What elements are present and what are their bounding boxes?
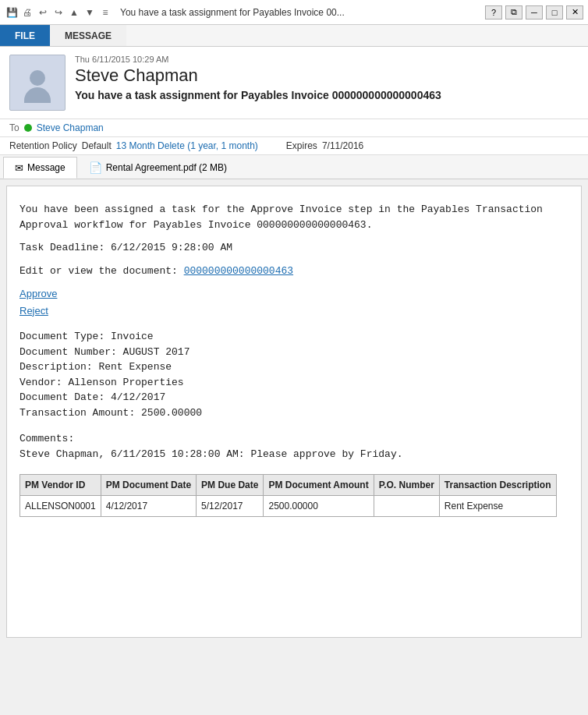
transaction-amount: Transaction Amount: 2500.00000	[19, 405, 569, 421]
customize-icon[interactable]: ≡	[98, 5, 112, 19]
maximize-button[interactable]: □	[546, 5, 563, 19]
body-edit-line: Edit or view the document: 0000000000000…	[19, 264, 569, 279]
attachment-tab-label: Rental Agreement.pdf (2 MB)	[106, 162, 227, 173]
doc-vendor: Vendor: Allenson Properties	[19, 375, 569, 391]
expires-label: Expires	[286, 140, 317, 151]
cell-po-number	[374, 496, 439, 517]
tab-message[interactable]: MESSAGE	[50, 25, 126, 46]
to-line: To Steve Chapman	[0, 119, 588, 137]
restore-button[interactable]: ⧉	[505, 5, 522, 19]
email-subject: You have a task assignment for Payables …	[75, 89, 579, 101]
doc-description: Description: Rent Expense	[19, 359, 569, 375]
ribbon: FILE MESSAGE	[0, 25, 588, 47]
window-controls: ? ⧉ ─ □ ✕	[485, 5, 583, 19]
close-button[interactable]: ✕	[566, 5, 583, 19]
col-po-number: P.O. Number	[374, 475, 439, 496]
cell-vendor-id: ALLENSON0001	[20, 496, 101, 517]
col-vendor-id: PM Vendor ID	[20, 475, 101, 496]
save-icon[interactable]: 💾	[5, 5, 19, 19]
table-row: ALLENSON0001 4/12/2017 5/12/2017 2500.00…	[20, 496, 557, 517]
up-icon[interactable]: ▲	[67, 5, 81, 19]
doc-number: Document Number: AUGUST 2017	[19, 345, 569, 360]
down-icon[interactable]: ▼	[83, 5, 97, 19]
header-row: PM Vendor ID PM Document Date PM Due Dat…	[20, 475, 557, 496]
reject-link[interactable]: Reject	[19, 303, 569, 319]
email-tabs-bar: ✉ Message 📄 Rental Agreement.pdf (2 MB)	[0, 155, 588, 179]
document-details: Document Type: Invoice Document Number: …	[19, 329, 569, 420]
pm-table: PM Vendor ID PM Document Date PM Due Dat…	[19, 474, 557, 517]
cell-trans-desc: Rent Expense	[439, 496, 556, 517]
col-description: Transaction Description	[439, 475, 556, 496]
table-body: ALLENSON0001 4/12/2017 5/12/2017 2500.00…	[20, 496, 557, 517]
doc-date: Document Date: 4/12/2017	[19, 390, 569, 405]
cell-due-date: 5/12/2017	[197, 496, 264, 517]
title-bar: 💾 🖨 ↩ ↪ ▲ ▼ ≡ You have a task assignment…	[0, 0, 588, 25]
to-label: To	[9, 122, 19, 133]
comments-section: Comments: Steve Chapman, 6/11/2015 10:28…	[19, 431, 569, 462]
to-recipient[interactable]: Steve Chapman	[37, 122, 104, 133]
help-button[interactable]: ?	[485, 5, 502, 19]
email-body: You have been assigned a task for the Ap…	[6, 186, 582, 638]
print-icon[interactable]: 🖨	[20, 5, 34, 19]
tab-file[interactable]: FILE	[0, 25, 50, 46]
email-header: Thu 6/11/2015 10:29 AM Steve Chapman You…	[0, 47, 588, 119]
action-links: Approve Reject	[19, 286, 569, 318]
undo-icon[interactable]: ↩	[36, 5, 50, 19]
retention-highlight: 13 Month Delete (1 year, 1 month)	[116, 140, 258, 151]
message-tab-icon: ✉	[15, 162, 23, 174]
message-tab-label: Message	[27, 162, 66, 173]
cell-doc-amount: 2500.00000	[264, 496, 374, 517]
invoice-link[interactable]: 000000000000000463	[184, 265, 293, 277]
window-title: You have a task assignment for Payables …	[120, 7, 482, 18]
redo-icon[interactable]: ↪	[51, 5, 66, 19]
pdf-icon: 📄	[89, 161, 102, 174]
ribbon-tabs: FILE MESSAGE	[0, 25, 588, 46]
edit-label: Edit or view the document:	[19, 265, 184, 277]
expires-value: 7/11/2016	[322, 140, 363, 151]
col-due-date: PM Due Date	[197, 475, 264, 496]
tab-message-content[interactable]: ✉ Message	[3, 157, 77, 179]
col-doc-date: PM Document Date	[101, 475, 196, 496]
doc-type: Document Type: Invoice	[19, 329, 569, 345]
comments-label: Comments:	[19, 431, 569, 447]
minimize-button[interactable]: ─	[526, 5, 543, 19]
tab-attachment[interactable]: 📄 Rental Agreement.pdf (2 MB)	[77, 157, 239, 179]
col-doc-amount: PM Document Amount	[264, 475, 374, 496]
avatar-image	[22, 67, 53, 98]
body-paragraph1: You have been assigned a task for the Ap…	[19, 202, 569, 232]
cell-doc-date: 4/12/2017	[101, 496, 196, 517]
avatar	[9, 55, 66, 111]
table-header: PM Vendor ID PM Document Date PM Due Dat…	[20, 475, 557, 496]
body-deadline: Task Deadline: 6/12/2015 9:28:00 AM	[19, 240, 569, 256]
presence-indicator	[24, 124, 32, 132]
avatar-head	[30, 70, 45, 86]
retention-value: Default	[82, 140, 112, 151]
retention-bar: Retention Policy Default 13 Month Delete…	[0, 137, 588, 155]
comments-value: Steve Chapman, 6/11/2015 10:28:00 AM: Pl…	[19, 447, 569, 462]
email-datetime: Thu 6/11/2015 10:29 AM	[75, 55, 579, 64]
email-meta: Thu 6/11/2015 10:29 AM Steve Chapman You…	[75, 55, 579, 101]
avatar-body	[24, 87, 51, 103]
retention-label: Retention Policy	[9, 140, 77, 151]
email-sender: Steve Chapman	[75, 65, 579, 86]
toolbar-icons: 💾 🖨 ↩ ↪ ▲ ▼ ≡	[5, 5, 112, 19]
approve-link[interactable]: Approve	[19, 286, 569, 302]
